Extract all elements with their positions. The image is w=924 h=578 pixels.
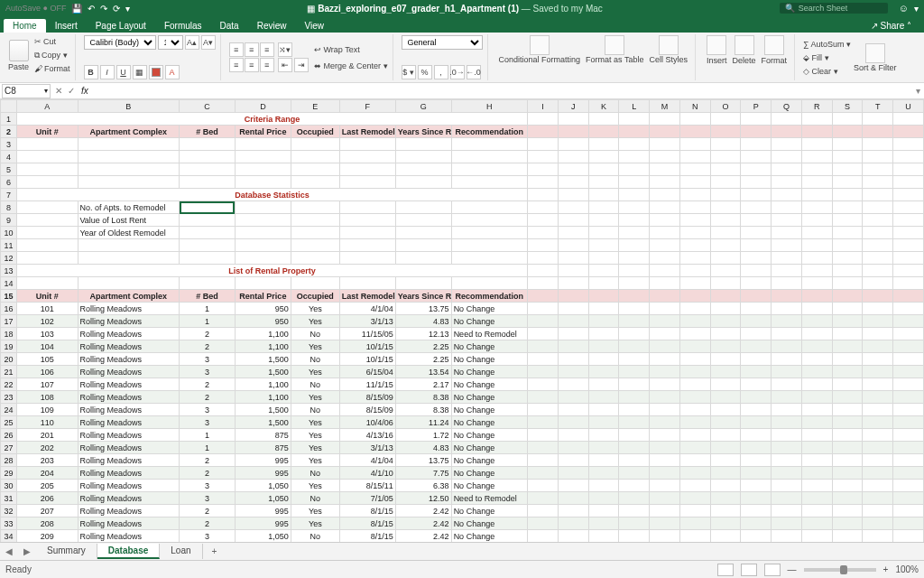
align-right[interactable]: ≡: [260, 58, 274, 72]
tab-review[interactable]: Review: [248, 19, 296, 33]
col-header[interactable]: A: [17, 100, 79, 113]
cut-button[interactable]: ✂Cut: [34, 35, 70, 48]
autosave-toggle[interactable]: AutoSave ● OFF: [5, 4, 66, 13]
increase-font-button[interactable]: A▴: [185, 35, 199, 50]
fill-button[interactable]: ⬙ Fill ▾: [803, 51, 851, 64]
format-cells-button[interactable]: Format: [759, 35, 790, 79]
search-box[interactable]: 🔍 Search Sheet: [780, 3, 888, 14]
row-header[interactable]: 5: [1, 163, 17, 176]
indent-button[interactable]: ⇥: [294, 58, 309, 72]
col-header[interactable]: J: [558, 100, 588, 113]
sheet-nav-next-icon[interactable]: ▶: [18, 546, 36, 556]
row-header[interactable]: 33: [1, 517, 17, 530]
fill-color-button[interactable]: [149, 65, 163, 79]
row-header[interactable]: 8: [1, 201, 17, 214]
format-as-table-button[interactable]: Format as Table: [583, 35, 646, 79]
cancel-formula-icon[interactable]: ✕: [52, 86, 65, 96]
italic-button[interactable]: I: [100, 65, 115, 79]
row-header[interactable]: 29: [1, 467, 17, 480]
orientation-button[interactable]: ⤭▾: [278, 42, 292, 57]
row-header[interactable]: 15: [1, 290, 17, 303]
align-middle[interactable]: ≡: [245, 42, 259, 57]
align-left[interactable]: ≡: [229, 58, 244, 72]
col-header[interactable]: U: [893, 100, 924, 113]
sheet-tab-summary[interactable]: Summary: [36, 544, 97, 559]
align-bottom[interactable]: ≡: [260, 42, 274, 57]
outdent-button[interactable]: ⇤: [278, 58, 292, 72]
col-header[interactable]: H: [451, 100, 527, 113]
zoom-in-button[interactable]: +: [883, 564, 889, 574]
col-header[interactable]: B: [78, 100, 180, 113]
currency-button[interactable]: $ ▾: [402, 65, 416, 79]
row-header[interactable]: 28: [1, 454, 17, 467]
print-icon[interactable]: ▾: [125, 4, 130, 14]
feedback-icon[interactable]: ☺: [899, 3, 909, 14]
zoom-out-button[interactable]: —: [788, 564, 797, 574]
align-top[interactable]: ≡: [229, 42, 244, 57]
row-header[interactable]: 3: [1, 138, 17, 151]
row-header[interactable]: 24: [1, 404, 17, 416]
row-header[interactable]: 14: [1, 277, 17, 290]
sort-filter-button[interactable]: Sort & Filter: [851, 43, 900, 72]
autosum-button[interactable]: ∑ AutoSum ▾: [803, 38, 851, 51]
undo-icon[interactable]: ↶: [88, 4, 95, 14]
decrease-decimal-button[interactable]: ←.0: [467, 65, 481, 79]
decrease-font-button[interactable]: A▾: [201, 35, 216, 50]
row-header[interactable]: 12: [1, 252, 17, 265]
border-button[interactable]: ▦: [133, 65, 147, 79]
row-header[interactable]: 32: [1, 505, 17, 517]
normal-view-icon[interactable]: [717, 564, 734, 576]
underline-button[interactable]: U: [116, 65, 131, 79]
col-header[interactable]: O: [710, 100, 741, 113]
col-header[interactable]: N: [679, 100, 710, 113]
tab-page-layout[interactable]: Page Layout: [87, 19, 155, 33]
comma-button[interactable]: ,: [434, 65, 448, 79]
add-sheet-button[interactable]: +: [203, 546, 226, 556]
share-button[interactable]: ↗ Share ˄: [862, 19, 920, 33]
copy-button[interactable]: ⧉Copy ▾: [34, 49, 70, 61]
cell-styles-button[interactable]: Cell Styles: [646, 35, 690, 79]
page-break-view-icon[interactable]: [764, 564, 781, 576]
font-color-button[interactable]: A: [165, 65, 180, 79]
col-header[interactable]: M: [650, 100, 680, 113]
row-header[interactable]: 16: [1, 303, 17, 315]
col-header[interactable]: C: [180, 100, 236, 113]
chevron-down-icon[interactable]: ▾: [914, 4, 919, 14]
delete-cells-button[interactable]: Delete: [730, 35, 759, 79]
row-header[interactable]: 11: [1, 239, 17, 252]
col-header[interactable]: T: [863, 100, 893, 113]
sheet-tab-loan[interactable]: Loan: [160, 544, 202, 559]
expand-formula-bar-icon[interactable]: ▾: [911, 86, 924, 96]
row-header[interactable]: 26: [1, 429, 17, 442]
row-header[interactable]: 31: [1, 492, 17, 505]
col-header[interactable]: I: [528, 100, 559, 113]
col-header[interactable]: F: [339, 100, 395, 113]
row-header[interactable]: 2: [1, 126, 17, 138]
spreadsheet-grid[interactable]: ABCDEFGHIJKLMNOPQRSTU 1Criteria Range2Un…: [0, 99, 924, 542]
refresh-icon[interactable]: ⟳: [113, 4, 120, 14]
tab-data[interactable]: Data: [211, 19, 248, 33]
row-header[interactable]: 13: [1, 265, 17, 277]
wrap-text-button[interactable]: ↩Wrap Text: [314, 42, 388, 57]
redo-icon[interactable]: ↷: [100, 4, 107, 14]
paste-button[interactable]: Paste: [8, 40, 29, 71]
zoom-slider[interactable]: [804, 568, 876, 572]
font-family-select[interactable]: Calibri (Body): [84, 35, 156, 50]
col-header[interactable]: [1, 100, 17, 113]
row-header[interactable]: 19: [1, 340, 17, 353]
row-header[interactable]: 7: [1, 189, 17, 201]
page-layout-view-icon[interactable]: [741, 564, 757, 576]
sheet-tab-database[interactable]: Database: [97, 544, 160, 559]
col-header[interactable]: R: [801, 100, 832, 113]
row-header[interactable]: 18: [1, 328, 17, 340]
tab-formulas[interactable]: Formulas: [155, 19, 211, 33]
row-header[interactable]: 10: [1, 227, 17, 239]
col-header[interactable]: L: [619, 100, 650, 113]
font-size-select[interactable]: 11: [158, 35, 183, 50]
format-painter-button[interactable]: 🖌Format: [34, 62, 70, 75]
row-header[interactable]: 27: [1, 442, 17, 454]
row-header[interactable]: 17: [1, 315, 17, 328]
tab-home[interactable]: Home: [4, 19, 46, 33]
row-header[interactable]: 20: [1, 353, 17, 366]
row-header[interactable]: 1: [1, 113, 17, 126]
